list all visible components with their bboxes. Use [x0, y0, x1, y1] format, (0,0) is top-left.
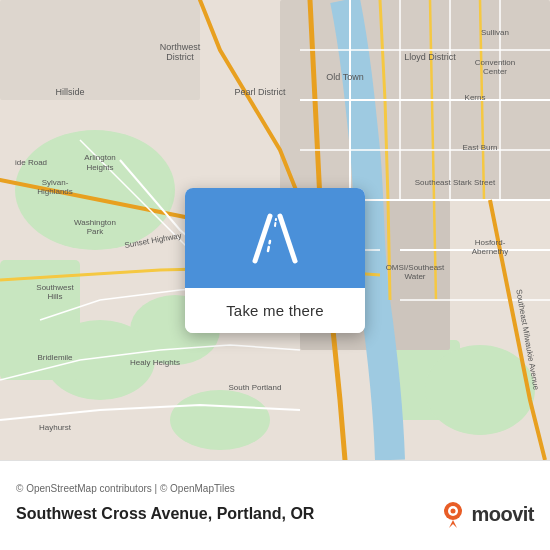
svg-line-59	[275, 219, 276, 226]
svg-text:Lloyd District: Lloyd District	[404, 52, 456, 62]
svg-point-62	[451, 509, 456, 514]
svg-text:Water: Water	[404, 272, 425, 281]
svg-text:South Portland: South Portland	[229, 383, 282, 392]
svg-text:Hayhurst: Hayhurst	[39, 423, 72, 432]
svg-text:Kerns: Kerns	[465, 93, 486, 102]
map-attribution: © OpenStreetMap contributors | © OpenMap…	[16, 483, 534, 494]
road-icon	[240, 201, 310, 275]
take-me-there-button[interactable]: Take me there	[185, 288, 365, 333]
svg-text:Sullivan: Sullivan	[481, 28, 509, 37]
svg-line-57	[280, 216, 295, 261]
svg-text:Hosford-: Hosford-	[475, 238, 506, 247]
svg-text:Sylvan-: Sylvan-	[42, 178, 69, 187]
svg-text:Southeast Stark Street: Southeast Stark Street	[415, 178, 496, 187]
svg-line-56	[255, 216, 270, 261]
svg-text:District: District	[166, 52, 194, 62]
svg-text:Park: Park	[87, 227, 104, 236]
svg-text:Southwest: Southwest	[36, 283, 74, 292]
svg-text:Center: Center	[483, 67, 507, 76]
svg-text:Old Town: Old Town	[326, 72, 363, 82]
svg-text:East Burn: East Burn	[462, 143, 497, 152]
svg-text:Highlands: Highlands	[37, 187, 73, 196]
svg-text:ide Road: ide Road	[15, 158, 47, 167]
svg-text:Hillside: Hillside	[55, 87, 84, 97]
svg-text:Bridlemile: Bridlemile	[37, 353, 73, 362]
moovit-logo: moovit	[439, 500, 534, 528]
svg-text:Convention: Convention	[475, 58, 515, 67]
svg-text:Pearl District: Pearl District	[234, 87, 286, 97]
svg-text:OMSI/Southeast: OMSI/Southeast	[386, 263, 445, 272]
svg-point-5	[170, 390, 270, 450]
svg-point-7	[425, 345, 535, 435]
svg-text:Northwest: Northwest	[160, 42, 201, 52]
svg-text:Hills: Hills	[47, 292, 62, 301]
svg-text:Healy Heights: Healy Heights	[130, 358, 180, 367]
bottom-info-bar: © OpenStreetMap contributors | © OpenMap…	[0, 460, 550, 550]
location-name: Southwest Cross Avenue, Portland, OR	[16, 505, 314, 523]
svg-text:Heights: Heights	[86, 163, 113, 172]
svg-text:Abernethy: Abernethy	[472, 247, 508, 256]
navigation-card: Take me there	[185, 188, 365, 333]
svg-line-58	[268, 241, 270, 251]
card-icon-background	[185, 188, 365, 288]
svg-text:Washington: Washington	[74, 218, 116, 227]
moovit-brand-text: moovit	[471, 503, 534, 526]
svg-text:Arlington: Arlington	[84, 153, 116, 162]
